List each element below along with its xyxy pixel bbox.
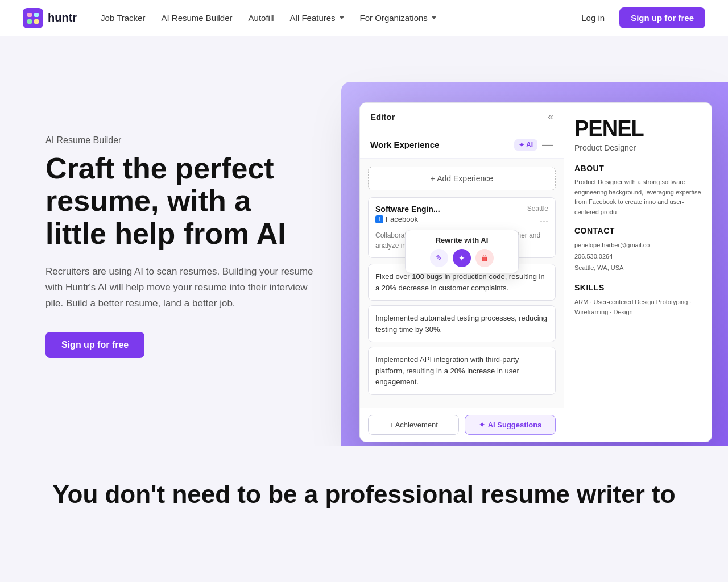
section-actions: ✦ AI —	[514, 138, 553, 151]
screenshot-container: Editor « Work Experience ✦ AI — + Add Ex…	[359, 102, 723, 442]
hero-cta-button[interactable]: Sign up for free	[46, 332, 144, 358]
login-button[interactable]: Log in	[576, 10, 610, 26]
add-achievement-button[interactable]: + Achievement	[368, 415, 459, 435]
nav-ai-resume-builder[interactable]: AI Resume Builder	[155, 10, 238, 26]
logo[interactable]: huntr	[23, 8, 77, 28]
editor-footer: + Achievement ✦ AI Suggestions	[360, 408, 564, 442]
resume-skills-title: Skills	[574, 283, 701, 292]
nav-left: huntr Job Tracker AI Resume Builder Auto…	[23, 8, 442, 28]
svg-rect-0	[23, 8, 43, 28]
achievement-card: Implemented API integration with third-p…	[368, 347, 556, 395]
hero-visual: Editor « Work Experience ✦ AI — + Add Ex…	[341, 82, 728, 446]
delete-icon-button[interactable]: 🗑	[475, 249, 494, 267]
signup-button[interactable]: Sign up for free	[619, 7, 705, 28]
bottom-section: You don't need to be a professional resu…	[0, 446, 728, 533]
resume-about-title: About	[574, 164, 701, 173]
resume-about-text: Product Designer with a strong software …	[574, 177, 701, 217]
huntr-logo-icon	[23, 8, 43, 28]
trash-icon: 🗑	[481, 253, 489, 263]
achievement-card: Implemented automated testing processes,…	[368, 305, 556, 342]
resume-role: Product Designer	[574, 143, 701, 152]
pencil-icon: ✎	[436, 253, 442, 263]
hero-subtitle: AI Resume Builder	[46, 135, 318, 146]
job-card: Software Engin... f Facebook Seattle ···	[368, 197, 556, 258]
nav-job-tracker[interactable]: Job Tracker	[95, 10, 151, 26]
resume-contact-title: Contact	[574, 226, 701, 235]
nav-right: Log in Sign up for free	[576, 7, 705, 28]
sparkle-icon: ✦	[479, 421, 485, 429]
edit-icon-button[interactable]: ✎	[430, 249, 448, 267]
logo-text: huntr	[48, 11, 77, 24]
bottom-title: You don't need to be a professional resu…	[46, 480, 682, 510]
editor-body: + Add Experience Software Engin... f Fac…	[360, 159, 564, 408]
job-card-right: Seattle ···	[527, 205, 548, 227]
job-location: Seattle	[527, 205, 548, 213]
editor-title: Editor	[370, 112, 395, 122]
ai-rewrite-icon-button[interactable]: ✦	[453, 249, 471, 267]
nav-links: Job Tracker AI Resume Builder Autofill A…	[95, 10, 442, 26]
svg-rect-1	[27, 13, 32, 17]
nav-for-organizations[interactable]: For Organizations	[354, 10, 442, 26]
hero-description: Recruiters are using AI to scan resumes.…	[46, 264, 318, 311]
resume-skills-text: ARM · User-centered Design Prototyping ·…	[574, 297, 701, 318]
job-more-button[interactable]: ···	[540, 215, 548, 227]
resume-name: PENEL	[574, 117, 701, 141]
editor-panel: Editor « Work Experience ✦ AI — + Add Ex…	[359, 102, 564, 442]
job-company: f Facebook	[375, 215, 440, 223]
rewrite-icons: ✎ ✦ 🗑	[430, 249, 494, 267]
job-card-left: Software Engin... f Facebook	[375, 205, 440, 223]
hero-section: AI Resume Builder Craft the perfect resu…	[0, 36, 728, 446]
sparkle-icon: ✦	[458, 253, 465, 263]
chevron-down-icon	[432, 16, 436, 19]
hero-title: Craft the perfect resume, with a little …	[46, 152, 318, 250]
navbar: huntr Job Tracker AI Resume Builder Auto…	[0, 0, 728, 36]
ai-suggestions-button[interactable]: ✦ AI Suggestions	[465, 415, 556, 435]
rewrite-popup: Rewrite with AI ✎ ✦ 🗑	[405, 230, 519, 273]
svg-rect-2	[34, 13, 39, 17]
job-card-header: Software Engin... f Facebook Seattle ···	[375, 205, 548, 227]
chevron-down-icon	[340, 16, 344, 19]
section-header: Work Experience ✦ AI —	[360, 131, 564, 159]
nav-all-features[interactable]: All Features	[284, 10, 350, 26]
collapse-section-button[interactable]: —	[542, 138, 553, 151]
collapse-icon[interactable]: «	[548, 111, 553, 123]
hero-text: AI Resume Builder Craft the perfect resu…	[46, 135, 318, 358]
job-title: Software Engin...	[375, 205, 440, 214]
resume-preview-panel: PENEL Product Designer About Product Des…	[564, 102, 712, 442]
add-experience-button[interactable]: + Add Experience	[368, 167, 556, 190]
ai-badge[interactable]: ✦ AI	[514, 139, 537, 151]
nav-autofill[interactable]: Autofill	[243, 10, 280, 26]
svg-rect-4	[34, 19, 39, 24]
editor-header: Editor «	[360, 103, 564, 131]
facebook-icon: f	[375, 215, 383, 223]
section-title: Work Experience	[370, 140, 439, 149]
svg-rect-3	[27, 19, 32, 24]
resume-contact-info: penelope.harber@gmail.co 206.530.0264 Se…	[574, 240, 701, 273]
rewrite-label: Rewrite with AI	[436, 236, 489, 244]
